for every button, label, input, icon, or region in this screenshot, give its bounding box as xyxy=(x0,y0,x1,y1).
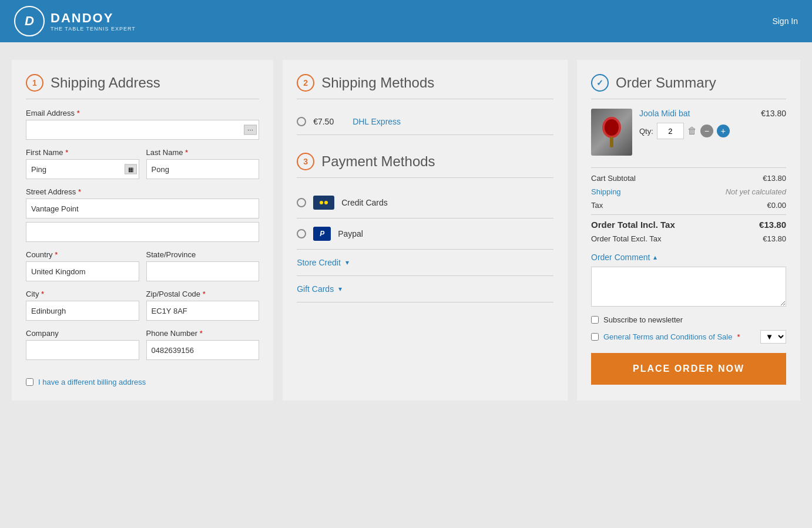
first-name-icon-btn[interactable]: ▦ xyxy=(125,164,137,174)
terms-select[interactable]: ▼ xyxy=(760,330,786,344)
order-comment-section: Order Comment ▴ xyxy=(591,253,786,308)
order-summary-section: ✓ Order Summary Joola Midi bat Qty: xyxy=(577,60,800,401)
qty-input[interactable] xyxy=(657,123,684,139)
payment-cc-option: Credit Cards xyxy=(297,187,553,218)
store-credit-chevron-down-icon: ▾ xyxy=(345,258,349,267)
shipping-row: Shipping Not yet calculated xyxy=(591,187,786,196)
last-name-required: * xyxy=(185,148,188,157)
terms-label[interactable]: General Terms and Conditions of Sale xyxy=(603,332,732,341)
product-price: €13.80 xyxy=(761,109,786,118)
product-name: Joola Midi bat xyxy=(639,109,754,118)
increment-qty-button[interactable]: + xyxy=(717,125,730,137)
email-input-wrap: ⋯ xyxy=(26,120,259,140)
zip-label: Zip/Postal Code * xyxy=(146,290,260,298)
order-total-excl-label: Order Total Excl. Tax xyxy=(591,234,661,243)
shipping-value: Not yet calculated xyxy=(726,187,786,196)
place-order-button[interactable]: PLACE ORDER NOW xyxy=(591,353,786,385)
phone-required: * xyxy=(200,329,203,338)
payment-methods-heading: Payment Methods xyxy=(321,153,435,170)
main-content: 1 Shipping Address Email Address * ⋯ Fir… xyxy=(0,42,812,418)
company-input[interactable] xyxy=(26,340,139,360)
payment-radio-paypal[interactable] xyxy=(297,229,306,238)
product-row: Joola Midi bat Qty: 🗑 − + €13.80 xyxy=(591,109,786,156)
city-required: * xyxy=(41,290,44,298)
order-total-incl-label: Order Total Incl. Tax xyxy=(591,220,675,230)
country-state-row: Country * State/Province xyxy=(26,250,259,290)
first-name-group: First Name * ▦ xyxy=(26,148,139,179)
shipping-radio-dhl[interactable] xyxy=(297,117,306,126)
cart-subtotal-value: €13.80 xyxy=(763,174,786,183)
gift-cards-row[interactable]: Gift Cards ▾ xyxy=(297,276,553,302)
email-icon-btn[interactable]: ⋯ xyxy=(244,125,257,135)
name-row: First Name * ▦ Last Name * xyxy=(26,148,259,187)
shipping-address-heading: Shipping Address xyxy=(51,75,160,91)
order-total-incl-row: Order Total Incl. Tax €13.80 xyxy=(591,214,786,230)
cc-dot-1 xyxy=(320,201,323,204)
decrement-qty-button[interactable]: − xyxy=(700,125,713,137)
phone-label: Phone Number * xyxy=(146,329,260,338)
company-label: Company xyxy=(26,329,139,338)
brand-name: DANDOY xyxy=(51,11,136,26)
order-total-excl-value: €13.80 xyxy=(763,234,786,243)
city-label: City * xyxy=(26,290,139,298)
phone-input[interactable] xyxy=(146,340,260,360)
email-label: Email Address * xyxy=(26,109,259,117)
email-required: * xyxy=(77,109,80,117)
order-comment-header[interactable]: Order Comment ▴ xyxy=(591,253,786,262)
shipping-price-dhl: €7.50 xyxy=(313,117,345,126)
company-group: Company xyxy=(26,329,139,360)
shipping-methods-title: 2 Shipping Methods xyxy=(297,74,553,99)
terms-required: * xyxy=(737,332,740,341)
store-credit-row[interactable]: Store Credit ▾ xyxy=(297,250,553,276)
shipping-name-dhl: DHL Express xyxy=(353,117,401,126)
signin-link[interactable]: Sign In xyxy=(772,16,798,26)
tax-label: Tax xyxy=(591,201,603,210)
country-required: * xyxy=(55,250,58,259)
qty-label: Qty: xyxy=(639,127,653,136)
summary-divider xyxy=(591,167,786,168)
terms-checkbox[interactable] xyxy=(591,333,599,341)
city-group: City * xyxy=(26,290,139,321)
shipping-label: Shipping xyxy=(591,187,621,196)
cart-subtotal-label: Cart Subtotal xyxy=(591,174,636,183)
brand-subtitle: THE TABLE TENNIS EXPERT xyxy=(51,26,136,32)
phone-group: Phone Number * xyxy=(146,329,260,360)
email-group: Email Address * ⋯ xyxy=(26,109,259,140)
country-input[interactable] xyxy=(26,261,139,281)
newsletter-checkbox[interactable] xyxy=(591,316,599,324)
city-zip-row: City * Zip/Postal Code * xyxy=(26,290,259,329)
email-input[interactable] xyxy=(26,120,259,140)
last-name-input[interactable] xyxy=(146,159,260,179)
order-comment-chevron-up-icon: ▴ xyxy=(653,253,657,261)
delete-qty-button[interactable]: 🗑 xyxy=(687,126,697,136)
zip-required: * xyxy=(203,290,206,298)
city-input[interactable] xyxy=(26,301,139,321)
step-2-badge: 2 xyxy=(297,74,314,92)
product-image xyxy=(591,109,632,156)
order-comment-textarea[interactable] xyxy=(591,267,786,307)
paddle-svg-icon xyxy=(600,115,623,150)
payment-radio-cc[interactable] xyxy=(297,198,306,207)
street2-input[interactable] xyxy=(26,222,259,242)
terms-row: General Terms and Conditions of Sale * ▼ xyxy=(591,330,786,344)
zip-group: Zip/Postal Code * xyxy=(146,290,260,321)
shipping-address-section: 1 Shipping Address Email Address * ⋯ Fir… xyxy=(12,60,273,401)
state-input[interactable] xyxy=(146,261,260,281)
cc-dot-2 xyxy=(324,201,328,204)
country-group: Country * xyxy=(26,250,139,281)
middle-section: 2 Shipping Methods €7.50 DHL Express 3 P… xyxy=(283,60,568,401)
newsletter-label: Subscribe to newsletter xyxy=(603,315,683,324)
billing-checkbox-label[interactable]: I have a different billing address xyxy=(38,378,146,386)
first-name-input[interactable] xyxy=(26,159,139,179)
summary-check-badge: ✓ xyxy=(591,74,609,92)
street-label: Street Address * xyxy=(26,187,259,196)
street-input[interactable] xyxy=(26,199,259,218)
product-details: Joola Midi bat Qty: 🗑 − + xyxy=(639,109,754,139)
payment-methods-title: 3 Payment Methods xyxy=(297,153,553,178)
billing-checkbox[interactable] xyxy=(26,378,33,386)
first-name-required: * xyxy=(65,148,68,157)
cart-subtotal-row: Cart Subtotal €13.80 xyxy=(591,174,786,183)
cc-dots xyxy=(320,201,328,204)
step-1-badge: 1 xyxy=(26,74,43,92)
zip-input[interactable] xyxy=(146,301,260,321)
